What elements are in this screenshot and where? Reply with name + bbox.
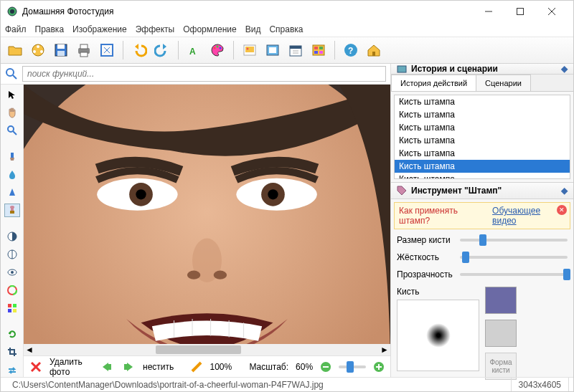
history-item[interactable]: Кисть штампа: [395, 108, 570, 121]
rotate-tool-icon[interactable]: [4, 328, 20, 341]
zoom-out-icon[interactable]: [320, 361, 331, 373]
history-item[interactable]: Кисть штампа: [395, 134, 570, 147]
brightness-tool-icon[interactable]: [4, 247, 20, 261]
drop-tool-icon[interactable]: [4, 168, 20, 181]
menu-image[interactable]: Изображение: [72, 24, 127, 34]
help-icon[interactable]: ?: [341, 40, 361, 60]
image-canvas[interactable]: [24, 85, 390, 344]
history-tabs: История действий Сценарии: [391, 75, 573, 92]
crop-tool-icon[interactable]: [4, 345, 20, 359]
stamp-tool-icon[interactable]: [4, 204, 20, 217]
history-item[interactable]: Кисть штампа: [395, 147, 570, 160]
menu-view[interactable]: Вид: [245, 24, 261, 34]
film-icon[interactable]: [28, 40, 48, 60]
svg-text:A: A: [189, 47, 196, 57]
undo-icon[interactable]: [129, 40, 149, 60]
canvas-bottom-bar: Удалить фото нестить 100% Масштаб: 60%: [24, 355, 390, 377]
svg-point-23: [247, 48, 249, 50]
calendar-icon[interactable]: [286, 40, 306, 60]
stamp-panel-title: Инструмент "Штамп": [411, 186, 502, 196]
svg-rect-55: [13, 309, 17, 312]
main-toolbar: A ?: [1, 37, 573, 64]
minimize-button[interactable]: [473, 1, 504, 22]
zoom-tool-icon[interactable]: [4, 123, 20, 137]
history-item[interactable]: Кисть штампа: [395, 121, 570, 134]
fit-button[interactable]: нестить: [143, 362, 174, 372]
close-help-icon[interactable]: ✕: [557, 205, 567, 215]
open-icon[interactable]: [5, 40, 25, 60]
svg-rect-27: [290, 46, 301, 49]
brush-tool-icon[interactable]: [4, 149, 20, 163]
tab-history[interactable]: История действий: [391, 75, 476, 91]
history-panel-title: История и сценарии: [411, 64, 498, 74]
swap-tool-icon[interactable]: [4, 363, 20, 377]
opacity-slider[interactable]: [460, 273, 568, 276]
palette-icon[interactable]: [207, 40, 227, 60]
save-icon[interactable]: [51, 40, 71, 60]
prev-photo-icon[interactable]: [100, 361, 114, 373]
svg-point-19: [217, 46, 219, 48]
svg-rect-54: [8, 309, 11, 312]
brush-section-label: Кисть: [397, 287, 479, 297]
brush-preview: [397, 300, 479, 371]
picture-icon[interactable]: [240, 40, 260, 60]
contrast-tool-icon[interactable]: [4, 229, 20, 243]
menu-effects[interactable]: Эффекты: [136, 24, 175, 34]
zoom-in-icon[interactable]: [373, 361, 385, 373]
status-path: C:\Users\ContentManager\Downloads\portra…: [5, 378, 512, 391]
help-video-link[interactable]: Обучающее видео: [492, 206, 565, 226]
brush-shape-button[interactable]: Форма кисти: [485, 353, 517, 380]
horizontal-scrollbar[interactable]: ◄ ►: [24, 344, 390, 355]
hand-tool-icon[interactable]: [4, 105, 20, 119]
pointer-tool-icon[interactable]: [4, 87, 20, 101]
pin-icon[interactable]: ◆: [561, 186, 568, 196]
search-input[interactable]: [22, 66, 386, 82]
history-item[interactable]: Кисть штампа: [395, 95, 570, 108]
svg-point-7: [37, 45, 39, 48]
collage-icon[interactable]: [309, 40, 329, 60]
search-icon: [5, 67, 18, 80]
color-tool-icon[interactable]: [4, 283, 20, 297]
svg-point-38: [6, 69, 14, 76]
pin-icon[interactable]: ◆: [561, 64, 568, 74]
brush-size-label: Размер кисти: [397, 235, 454, 245]
history-icon: [397, 64, 407, 74]
text-icon[interactable]: A: [184, 40, 204, 60]
history-list[interactable]: Кисть штампа Кисть штампа Кисть штампа К…: [394, 95, 570, 179]
hardness-slider[interactable]: [460, 256, 568, 259]
svg-rect-52: [8, 304, 11, 307]
close-button[interactable]: [536, 1, 568, 22]
svg-line-39: [13, 75, 17, 79]
ruler-icon: [191, 361, 202, 373]
menu-help[interactable]: Справка: [269, 24, 303, 34]
brush-size-slider[interactable]: [460, 239, 568, 242]
print-icon[interactable]: [74, 40, 94, 60]
zoom-value: 60%: [296, 362, 313, 372]
resize-icon[interactable]: [97, 40, 117, 60]
foreground-swatch[interactable]: [485, 287, 517, 314]
svg-point-20: [220, 47, 222, 49]
menu-design[interactable]: Оформление: [183, 24, 236, 34]
zoom-slider[interactable]: [339, 365, 366, 368]
tab-scenarios[interactable]: Сценарии: [476, 75, 531, 91]
eye-tool-icon[interactable]: [4, 265, 20, 279]
home-icon[interactable]: [364, 40, 384, 60]
right-panel: История и сценарии ◆ История действий Сц…: [390, 64, 573, 377]
maximize-button[interactable]: [504, 1, 536, 22]
status-bar: C:\Users\ContentManager\Downloads\portra…: [1, 377, 573, 391]
squares-tool-icon[interactable]: [4, 302, 20, 315]
selection-tool-icon[interactable]: [4, 186, 20, 199]
frame-icon[interactable]: [263, 40, 283, 60]
menu-file[interactable]: Файл: [5, 24, 27, 34]
svg-rect-34: [319, 51, 323, 54]
delete-photo-button[interactable]: Удалить фото: [50, 357, 83, 377]
redo-icon[interactable]: [152, 40, 172, 60]
menu-edit[interactable]: Правка: [35, 24, 65, 34]
history-item[interactable]: Кисть штампа: [395, 173, 570, 179]
delete-icon[interactable]: [29, 360, 42, 373]
history-item[interactable]: Кисть штампа: [395, 160, 570, 173]
hardness-label: Жёсткость: [397, 252, 454, 262]
background-swatch[interactable]: [485, 320, 517, 347]
zoom-100-button[interactable]: 100%: [210, 362, 232, 372]
next-photo-icon[interactable]: [121, 361, 136, 373]
